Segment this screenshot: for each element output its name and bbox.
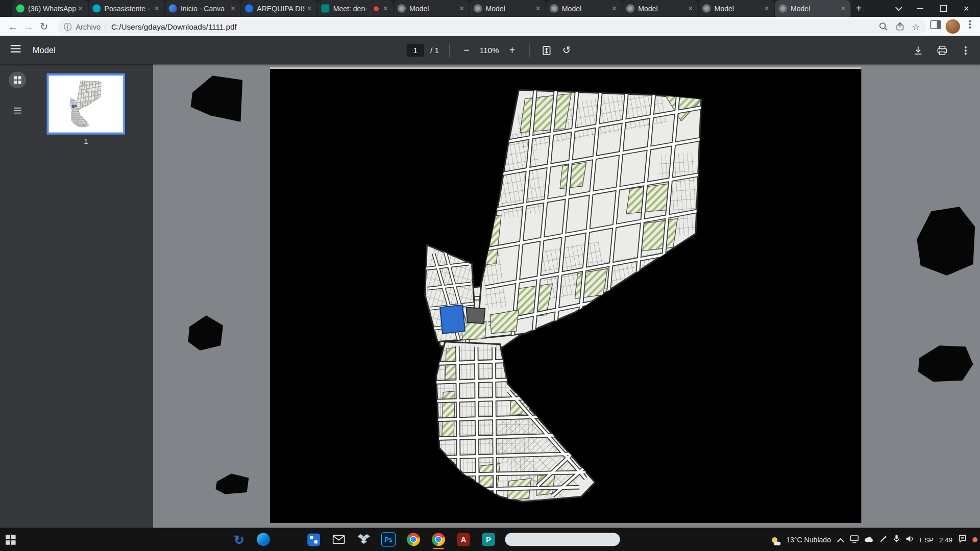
reload-icon[interactable]: ↻ [36, 19, 52, 35]
tab-label: Model [562, 5, 609, 12]
display-tray-icon[interactable] [850, 534, 859, 545]
tab-2[interactable]: Posasistente - Z× [89, 0, 164, 17]
taskbar-white-pill[interactable] [505, 533, 620, 546]
tab-close-icon[interactable]: × [154, 5, 160, 13]
onedrive-tray-icon[interactable] [864, 534, 873, 545]
start-button[interactable] [3, 532, 18, 547]
tab-8[interactable]: Model× [546, 0, 622, 17]
tab-11[interactable]: Model× [775, 0, 850, 17]
tab-10[interactable]: Model× [699, 0, 774, 17]
desktop-screen: (36) WhatsApp×Posasistente - Z×Inicio - … [0, 0, 980, 551]
tab-5[interactable]: Meet: den-× [317, 0, 393, 17]
share-icon[interactable] [895, 22, 904, 31]
tab-9[interactable]: Model× [623, 0, 698, 17]
taskbar-app-photoshop[interactable]: Ps [381, 532, 397, 547]
pdf-favicon [626, 5, 634, 13]
side-panel-icon[interactable] [930, 20, 941, 32]
print-icon[interactable] [935, 43, 949, 57]
url-text: C:/Users/gdaya/Downloads/1111.pdf [111, 22, 871, 31]
generic-blue-favicon [245, 5, 253, 13]
window-close-button[interactable]: × [955, 0, 977, 17]
tab-label: Model [409, 5, 457, 12]
tab-label: Model [485, 5, 533, 12]
tab-close-icon[interactable]: × [78, 5, 84, 13]
taskbar-app-autocad[interactable]: A [456, 532, 472, 547]
address-bar[interactable]: ⓘ Archivo C:/Users/gdaya/Downloads/1111.… [58, 19, 926, 34]
tab-close-icon[interactable]: × [765, 5, 771, 13]
canva-favicon [169, 5, 177, 13]
tab-close-icon[interactable]: × [383, 5, 389, 13]
tab-label: AREQUIPA DIST [257, 5, 304, 12]
taskbar-app-dropbox[interactable] [356, 532, 372, 547]
pdf-viewer-toolbar: Model / 1 − 110% + ↺ [0, 36, 980, 64]
volume-tray-icon[interactable] [905, 534, 914, 545]
notification-center-icon[interactable] [958, 534, 967, 545]
tab-close-icon[interactable]: × [231, 5, 237, 13]
page-number-input[interactable] [407, 44, 424, 57]
tab-label: Model [638, 5, 685, 12]
clock[interactable]: 2:49 [939, 536, 952, 543]
tab-label: Inicio - Canva [181, 5, 228, 12]
taskbar-app-swirl[interactable]: ↻ [231, 532, 247, 547]
tab-1[interactable]: (36) WhatsApp× [12, 0, 88, 17]
weather-label[interactable]: 13°C Nublado [786, 536, 831, 543]
rotate-icon[interactable]: ↺ [560, 43, 574, 57]
hidden-icons-chevron-icon[interactable] [837, 534, 844, 545]
tab-3[interactable]: Inicio - Canva× [165, 0, 240, 17]
site-plan-map [270, 69, 861, 524]
tab-label: Model [715, 5, 762, 12]
pdf-viewer-content: 1 [0, 64, 980, 528]
back-icon[interactable]: ← [5, 19, 21, 35]
tray-alert-icon[interactable] [972, 537, 977, 542]
taskbar-app-mail[interactable] [331, 532, 347, 547]
window-maximize-button[interactable] [932, 0, 954, 17]
browser-menu-kebab-icon[interactable] [966, 19, 974, 32]
site-info-icon[interactable]: ⓘ [64, 21, 72, 32]
pdf-page-viewport[interactable] [153, 64, 980, 528]
zoom-indicator-icon[interactable] [878, 22, 888, 31]
tab-4[interactable]: AREQUIPA DIST× [241, 0, 317, 17]
toolbar-divider [449, 43, 450, 57]
tab-close-icon[interactable]: × [535, 5, 542, 13]
thumbnails-view-icon[interactable] [9, 72, 26, 88]
pen-tray-icon[interactable] [879, 534, 887, 545]
pdf-favicon [398, 5, 406, 13]
window-minimize-button[interactable] [909, 0, 931, 17]
tab-close-icon[interactable]: × [307, 5, 313, 13]
toolbar-divider [529, 43, 530, 57]
taskbar-app-store[interactable] [306, 532, 322, 547]
edge-icon [257, 533, 270, 546]
tab-close-icon[interactable]: × [459, 5, 465, 13]
zoom-in-button[interactable]: + [505, 43, 519, 57]
tab-close-icon[interactable]: × [612, 5, 618, 13]
taskbar-app-edge[interactable] [256, 532, 272, 547]
document-outline-icon[interactable] [9, 103, 26, 119]
mic-tray-icon[interactable] [893, 534, 899, 545]
tab-close-icon[interactable]: × [841, 5, 847, 13]
thumbnail-page-number: 1 [47, 137, 125, 145]
tab-search-icon[interactable] [888, 0, 910, 17]
profile-avatar[interactable] [946, 19, 960, 34]
tab-close-icon[interactable]: × [688, 5, 694, 13]
pdf-page-canvas[interactable] [270, 67, 861, 523]
fit-to-page-icon[interactable] [540, 43, 553, 57]
blue-swirl-icon: ↻ [234, 533, 244, 545]
new-tab-button[interactable]: + [851, 2, 866, 16]
taskbar-app-chrome-active[interactable] [431, 532, 447, 547]
tab-6[interactable]: Model× [394, 0, 469, 17]
browser-toolbar: ← → ↻ ⓘ Archivo C:/Users/gdaya/Downloads… [0, 17, 980, 36]
page-thumbnail[interactable] [47, 73, 125, 134]
tab-label: (36) WhatsApp [28, 5, 76, 12]
zoom-out-button[interactable]: − [460, 43, 474, 57]
tab-7[interactable]: Model× [470, 0, 546, 17]
language-indicator[interactable]: ESP [920, 536, 934, 543]
taskbar-app-publisher[interactable]: P [481, 532, 497, 547]
page-thumbnail-map [49, 76, 124, 132]
download-icon[interactable] [911, 43, 925, 57]
forward-icon[interactable]: → [20, 19, 36, 35]
pdf-more-options-kebab-icon[interactable] [959, 43, 972, 57]
bookmark-star-icon[interactable]: ☆ [912, 21, 920, 32]
system-tray: 13°C Nublado ESP 2:49 [772, 528, 977, 551]
taskbar-app-chrome[interactable] [406, 532, 422, 547]
pdf-menu-icon[interactable] [10, 44, 21, 56]
